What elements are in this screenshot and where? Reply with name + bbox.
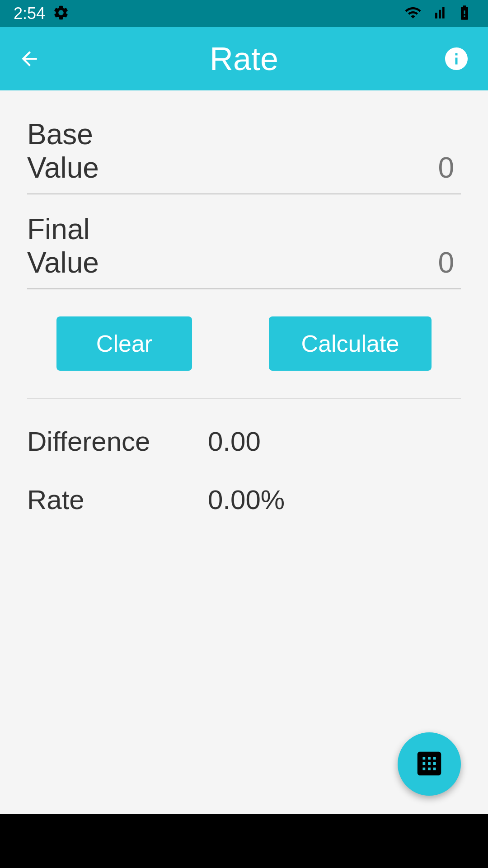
calculator-fab-button[interactable] [398,732,461,796]
calculator-icon [413,748,445,781]
rate-label: Rate [27,484,208,515]
info-button[interactable] [443,45,470,72]
status-icons-right [403,4,474,23]
buttons-row: Clear Calculate [27,316,461,371]
divider [27,398,461,399]
battery-icon [455,4,474,23]
status-bar-left: 2:54 [14,4,70,23]
rate-row: Rate 0.00% [27,484,461,515]
back-nav-button[interactable] [68,827,95,854]
clear-button[interactable]: Clear [56,316,192,371]
toolbar-title: Rate [210,40,278,77]
wifi-icon [403,4,423,23]
difference-row: Difference 0.00 [27,426,461,457]
svg-point-0 [236,833,252,849]
signal-icon [430,4,447,23]
status-bar: 2:54 [0,0,488,27]
final-value-input[interactable] [150,246,461,279]
final-value-label: Final Value [27,212,150,279]
gear-icon [52,4,70,23]
back-button[interactable] [18,47,41,70]
final-value-row: Final Value [27,212,461,289]
calculate-button[interactable]: Calculate [269,316,432,371]
rate-value: 0.00% [208,484,285,515]
difference-label: Difference [27,426,208,457]
home-nav-button[interactable] [230,827,258,854]
bottom-nav [0,814,488,868]
svg-rect-1 [398,832,416,850]
base-value-label: Base Value [27,118,151,184]
status-time: 2:54 [14,4,45,23]
recent-nav-button[interactable] [393,827,420,854]
base-value-input[interactable] [151,151,461,184]
toolbar: Rate [0,27,488,90]
main-content: Base Value Final Value Clear Calculate D… [0,90,488,515]
difference-value: 0.00 [208,426,261,457]
base-value-row: Base Value [27,118,461,194]
